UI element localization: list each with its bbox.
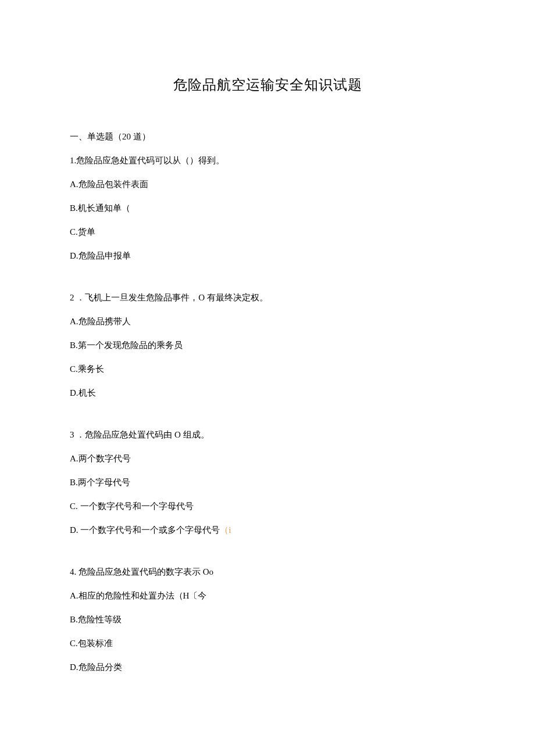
option-c: C.乘务长 — [70, 361, 465, 377]
question-3: 3 ．危险品应急处置代码由 O 组成。 A.两个数字代号 B.两个字母代号 C.… — [70, 427, 465, 538]
option-a: A.两个数字代号 — [70, 451, 465, 467]
question-text: 4. 危险品应急处置代码的数字表示 Oo — [70, 564, 465, 580]
option-c: C.货单 — [70, 224, 465, 240]
question-1: 1.危险品应急处置代码可以从（）得到。 A.危险品包装件表面 B.机长通知单（ … — [70, 153, 465, 264]
page-title: 危险品航空运输安全知识试题 — [70, 76, 465, 94]
option-d: D.危险品分类 — [70, 660, 465, 675]
option-b: B.危险性等级 — [70, 612, 465, 628]
option-a: A.危险品携带人 — [70, 314, 465, 329]
option-d: D. 一个数字代号和一个或多个字母代号（i — [70, 522, 465, 538]
option-b: B.第一个发现危险品的乘务员 — [70, 338, 465, 353]
question-text: 3 ．危险品应急处置代码由 O 组成。 — [70, 427, 465, 443]
question-text: 2 ．飞机上一旦发生危险品事件，O 有最终决定权。 — [70, 290, 465, 306]
option-b: B.两个字母代号 — [70, 475, 465, 490]
option-b: B.机长通知单（ — [70, 200, 465, 216]
option-d: D.危险品申报单 — [70, 248, 465, 264]
option-a: A.危险品包装件表面 — [70, 177, 465, 192]
section-header: 一、单选题（20 道） — [70, 129, 465, 145]
option-d-text: D. 一个数字代号和一个或多个字母代号 — [70, 525, 220, 535]
option-d: D.机长 — [70, 385, 465, 401]
question-2: 2 ．飞机上一旦发生危险品事件，O 有最终决定权。 A.危险品携带人 B.第一个… — [70, 290, 465, 401]
option-a: A.相应的危险性和处置办法（H〔今 — [70, 588, 465, 604]
option-c: C. 一个数字代号和一个字母代号 — [70, 499, 465, 514]
question-text: 1.危险品应急处置代码可以从（）得到。 — [70, 153, 465, 169]
option-d-marker: （i — [220, 525, 231, 535]
option-c: C.包装标准 — [70, 636, 465, 651]
question-4: 4. 危险品应急处置代码的数字表示 Oo A.相应的危险性和处置办法（H〔今 B… — [70, 564, 465, 675]
